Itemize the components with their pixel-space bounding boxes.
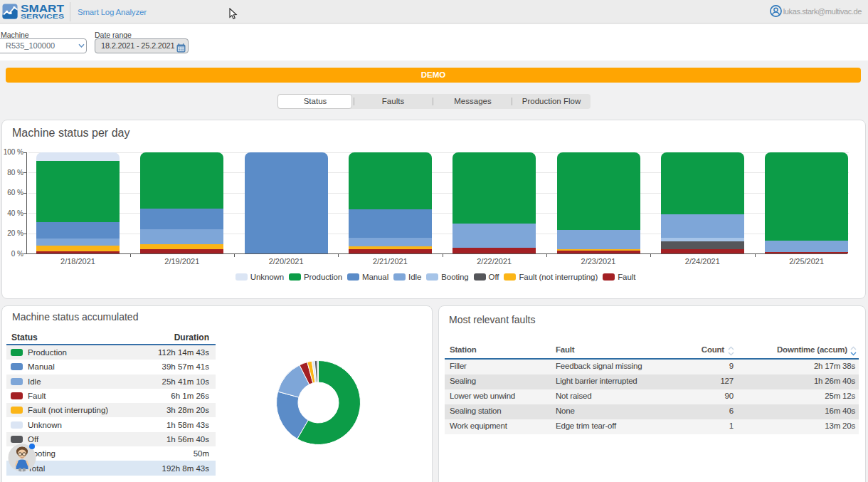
svg-text:SERVICES: SERVICES [21,12,64,20]
